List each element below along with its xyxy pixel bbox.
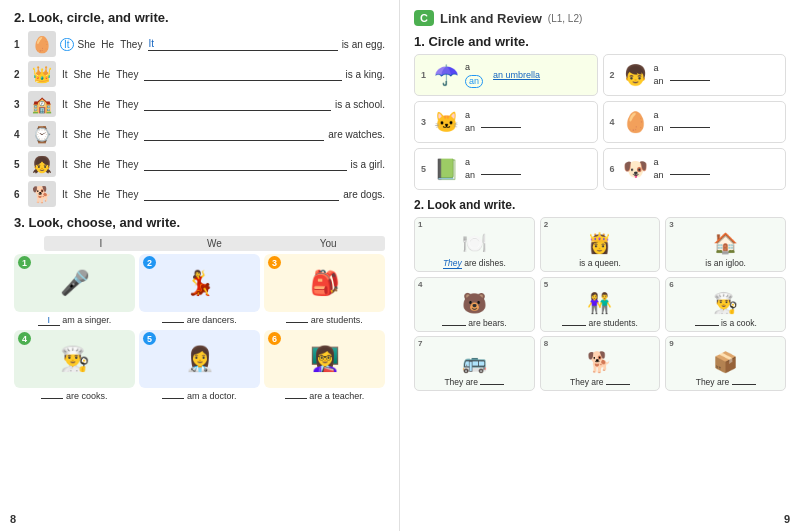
- answer-line[interactable]: [144, 127, 324, 141]
- lw-blank[interactable]: [442, 325, 466, 326]
- right-section2-title: 2. Look and write.: [414, 198, 786, 212]
- lw-card-num: 5: [544, 280, 548, 289]
- article-option[interactable]: an: [654, 123, 664, 134]
- card-num: 4: [18, 332, 31, 345]
- article-option[interactable]: a: [465, 157, 475, 168]
- article-card-icon: 📗: [434, 157, 459, 181]
- article-line[interactable]: [670, 116, 710, 128]
- lw-blank[interactable]: [562, 325, 586, 326]
- lw-caption: is a cook.: [669, 316, 782, 328]
- lw-blank[interactable]: [480, 384, 504, 385]
- pronoun-she[interactable]: She: [72, 158, 94, 171]
- pronoun-it[interactable]: It: [60, 128, 70, 141]
- pronoun-they[interactable]: They: [114, 128, 140, 141]
- article-card-icon: ☂️: [434, 63, 459, 87]
- pronoun-he[interactable]: He: [95, 128, 112, 141]
- lw-card-icon: 👫: [587, 291, 612, 315]
- caption-answer[interactable]: [286, 322, 308, 323]
- article-option[interactable]: an: [465, 123, 475, 134]
- look-write-grid-top: 1🍽️They are dishes.2👸 is a queen.3🏠 is a…: [414, 217, 786, 332]
- pronoun-she[interactable]: She: [72, 68, 94, 81]
- article-option[interactable]: a: [465, 62, 483, 73]
- pronoun-they[interactable]: They: [114, 158, 140, 171]
- pronoun-she[interactable]: She: [72, 98, 94, 111]
- pronoun-she[interactable]: She: [72, 128, 94, 141]
- exercise-icon: ⌚: [28, 121, 56, 147]
- pronoun-they[interactable]: They: [114, 68, 140, 81]
- answer-line[interactable]: [144, 97, 331, 111]
- article-answer[interactable]: an umbrella: [493, 70, 540, 80]
- caption-answer[interactable]: [285, 398, 307, 399]
- article-option[interactable]: an: [654, 76, 664, 87]
- look-write-grid-bottom: 7🚌They are 8🐕They are 9📦They are: [414, 336, 786, 391]
- article-card-num: 5: [421, 164, 426, 174]
- caption-answer[interactable]: [41, 398, 63, 399]
- page-number-right: 9: [784, 513, 790, 525]
- article-option[interactable]: a: [465, 110, 475, 121]
- article-option[interactable]: an: [465, 170, 475, 181]
- pronoun-header-i: I: [44, 238, 158, 249]
- pronoun-it[interactable]: It: [60, 158, 70, 171]
- article-card-icon: 🐶: [623, 157, 648, 181]
- caption-answer[interactable]: I: [38, 315, 60, 326]
- caption-text: are cooks.: [63, 391, 107, 401]
- pronoun-he[interactable]: He: [99, 38, 116, 51]
- article-option[interactable]: a: [654, 110, 664, 121]
- answer-line[interactable]: [144, 157, 346, 171]
- answer-line[interactable]: [144, 187, 339, 201]
- exercise-row-4: 4⌚ItSheHeTheyare watches.: [14, 121, 385, 147]
- lw-blank[interactable]: [732, 384, 756, 385]
- lw-card-icon: 🐻: [462, 291, 487, 315]
- article-option[interactable]: an: [654, 170, 664, 181]
- lw-blank[interactable]: [695, 325, 719, 326]
- right-section1-grid: 1☂️aanan umbrella2👦aan3🐱aan4🥚aan5📗aan6🐶a…: [414, 54, 786, 190]
- article-card-num: 3: [421, 117, 426, 127]
- img-card: 1🎤: [14, 254, 135, 312]
- article-line[interactable]: [481, 116, 521, 128]
- pronoun-he[interactable]: He: [95, 98, 112, 111]
- lw-text: They are: [696, 377, 732, 387]
- article-option[interactable]: an: [465, 75, 483, 88]
- lw-text: are bears.: [466, 318, 507, 328]
- lw-text: is an igloo.: [705, 258, 746, 268]
- pronoun-it[interactable]: It: [60, 98, 70, 111]
- pronoun-they[interactable]: They: [118, 38, 144, 51]
- article-options: aan: [465, 110, 475, 134]
- lw-card-num: 6: [669, 280, 673, 289]
- caption-cell: are a teacher.: [264, 391, 385, 401]
- lw-card-icon: 🏠: [713, 231, 738, 255]
- img-card: 6👩‍🏫: [264, 330, 385, 388]
- page-number-left: 8: [10, 513, 16, 525]
- pronoun-it[interactable]: It: [60, 68, 70, 81]
- answer-line[interactable]: It: [148, 37, 337, 51]
- lw-blank[interactable]: [606, 384, 630, 385]
- card-icon: 💃: [185, 269, 215, 297]
- article-option[interactable]: a: [654, 63, 664, 74]
- pronoun-it[interactable]: It: [60, 38, 74, 51]
- pronoun-she[interactable]: She: [76, 38, 98, 51]
- caption-text: are dancers.: [184, 315, 237, 325]
- caption-answer[interactable]: [162, 398, 184, 399]
- right-page: C Link and Review (L1, L2) 1. Circle and…: [400, 0, 800, 531]
- lw-answer[interactable]: They: [443, 258, 462, 269]
- article-line[interactable]: [481, 163, 521, 175]
- pronoun-they[interactable]: They: [114, 98, 140, 111]
- exercise-icon: 🥚: [28, 31, 56, 57]
- card-icon: 🎒: [310, 269, 340, 297]
- pronoun-he[interactable]: He: [95, 158, 112, 171]
- article-option[interactable]: a: [654, 157, 664, 168]
- pronoun-he[interactable]: He: [95, 188, 112, 201]
- pronoun-she[interactable]: She: [72, 188, 94, 201]
- lw-card-bottom-8: 8🐕They are: [540, 336, 661, 391]
- pronoun-he[interactable]: He: [95, 68, 112, 81]
- answer-line[interactable]: [144, 67, 341, 81]
- caption-answer[interactable]: [162, 322, 184, 323]
- article-line[interactable]: [670, 163, 710, 175]
- exercise-row-1: 1🥚ItSheHeTheyItis an egg.: [14, 31, 385, 57]
- img-card: 2💃: [139, 254, 260, 312]
- card-num: 5: [143, 332, 156, 345]
- lw-text: is a cook.: [719, 318, 757, 328]
- article-line[interactable]: [670, 69, 710, 81]
- pronoun-they[interactable]: They: [114, 188, 140, 201]
- pronoun-it[interactable]: It: [60, 188, 70, 201]
